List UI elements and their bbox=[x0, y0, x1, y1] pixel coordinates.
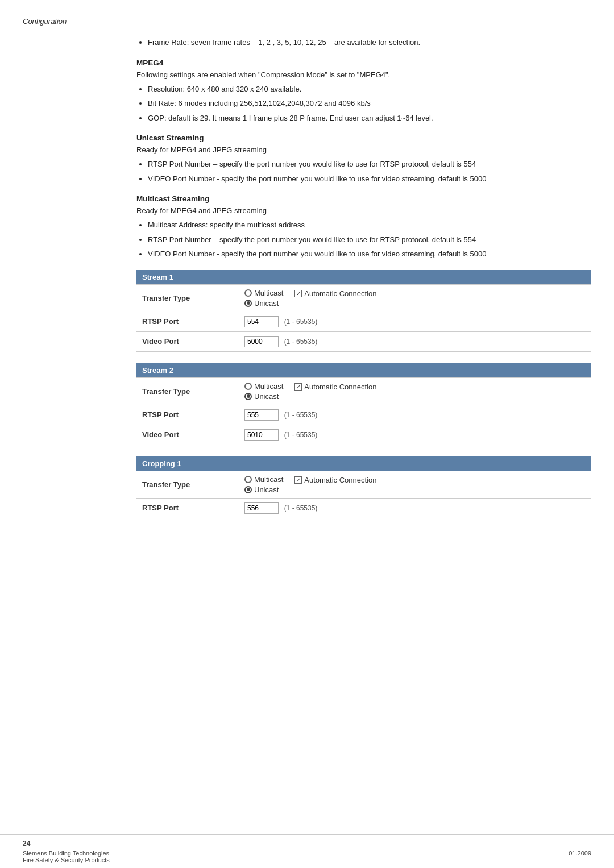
stream-tables: Stream 1Transfer Type Multicast Unicast … bbox=[136, 270, 591, 518]
list-item: Multicast Address: specify the multicast… bbox=[148, 219, 591, 231]
radio-multicast-label: Multicast bbox=[254, 289, 283, 297]
video-port-label: Video Port bbox=[136, 331, 239, 351]
transfer-type-label: Transfer Type bbox=[136, 471, 239, 498]
transfer-type-value: Multicast Unicast ✓ Automatic Connection bbox=[239, 377, 591, 405]
transfer-type-row: Transfer Type Multicast Unicast ✓ Automa… bbox=[136, 284, 591, 312]
radio-unicast-label: Unicast bbox=[254, 392, 279, 401]
unicast-title: Unicast Streaming bbox=[136, 134, 591, 142]
list-item: VIDEO Port Number - specify the port num… bbox=[148, 248, 591, 260]
video-port-label: Video Port bbox=[136, 425, 239, 445]
radio-unicast-label: Unicast bbox=[254, 299, 279, 308]
rtsp-port-value: (1 - 65535) bbox=[239, 405, 591, 425]
company-line1: Siemens Building Technologies bbox=[23, 850, 110, 857]
multicast-intro: Ready for MPEG4 and JPEG streaming bbox=[136, 206, 591, 215]
mpeg4-list: Resolution: 640 x 480 and 320 x 240 avai… bbox=[148, 84, 591, 124]
rtsp-port-label: RTSP Port bbox=[136, 498, 239, 518]
list-item: RTSP Port Number – specify the port numb… bbox=[148, 159, 591, 170]
video-port-row: Video Port (1 - 65535) bbox=[136, 331, 591, 351]
page-footer: 24 Siemens Building Technologies Fire Sa… bbox=[0, 834, 614, 868]
radio-multicast-label: Multicast bbox=[254, 382, 283, 391]
list-item: Resolution: 640 x 480 and 320 x 240 avai… bbox=[148, 84, 591, 95]
radio-unicast[interactable] bbox=[244, 486, 252, 493]
automatic-connection-checkbox[interactable]: ✓ Automatic Connection bbox=[294, 476, 376, 484]
video-port-range: (1 - 65535) bbox=[284, 338, 318, 346]
list-item: GOP: default is 29. It means 1 I frame p… bbox=[148, 113, 591, 124]
rtsp-port-range: (1 - 65535) bbox=[284, 504, 318, 512]
unicast-list: RTSP Port Number – specify the port numb… bbox=[148, 159, 591, 184]
radio-multicast[interactable] bbox=[244, 289, 252, 297]
mpeg4-intro: Following settings are enabled when "Com… bbox=[136, 70, 591, 79]
video-port-value: (1 - 65535) bbox=[239, 331, 591, 351]
list-item: VIDEO Port Number - specify the port num… bbox=[148, 173, 591, 185]
rtsp-port-value: (1 - 65535) bbox=[239, 498, 591, 518]
stream-header-3: Cropping 1 bbox=[136, 456, 591, 471]
footer-date: 01.2009 bbox=[569, 850, 591, 857]
unicast-intro: Ready for MPEG4 and JPEG streaming bbox=[136, 146, 591, 154]
list-item: RTSP Port Number – specify the port numb… bbox=[148, 234, 591, 246]
stream-header-1: Stream 1 bbox=[136, 270, 591, 285]
checkbox-label: Automatic Connection bbox=[304, 383, 376, 391]
radio-unicast[interactable] bbox=[244, 300, 252, 307]
rtsp-port-range: (1 - 65535) bbox=[284, 318, 318, 326]
multicast-title: Multicast Streaming bbox=[136, 194, 591, 203]
mpeg4-title: MPEG4 bbox=[136, 59, 591, 67]
video-port-row: Video Port (1 - 65535) bbox=[136, 425, 591, 445]
checkbox-label: Automatic Connection bbox=[304, 476, 376, 484]
radio-multicast[interactable] bbox=[244, 383, 252, 390]
page-number: 24 bbox=[23, 840, 591, 848]
video-port-input[interactable] bbox=[244, 336, 279, 347]
checkbox-automatic[interactable]: ✓ bbox=[294, 290, 302, 297]
radio-unicast-row[interactable]: Unicast bbox=[244, 485, 283, 494]
list-item: Bit Rate: 6 modes including 256,512,1024… bbox=[148, 98, 591, 109]
rtsp-port-row: RTSP Port (1 - 65535) bbox=[136, 312, 591, 331]
stream-header-2: Stream 2 bbox=[136, 363, 591, 378]
video-port-range: (1 - 65535) bbox=[284, 431, 318, 439]
transfer-type-row: Transfer Type Multicast Unicast ✓ Automa… bbox=[136, 471, 591, 498]
frame-rate-text: Frame Rate: seven frame rates – 1, 2 , 3… bbox=[148, 37, 591, 48]
automatic-connection-checkbox[interactable]: ✓ Automatic Connection bbox=[294, 289, 376, 298]
video-port-value: (1 - 65535) bbox=[239, 425, 591, 445]
rtsp-port-input[interactable] bbox=[244, 316, 279, 327]
radio-multicast-row[interactable]: Multicast bbox=[244, 289, 283, 297]
radio-unicast[interactable] bbox=[244, 393, 252, 400]
breadcrumb: Configuration bbox=[23, 17, 591, 26]
rtsp-port-label: RTSP Port bbox=[136, 405, 239, 425]
rtsp-port-row: RTSP Port (1 - 65535) bbox=[136, 405, 591, 425]
video-port-input[interactable] bbox=[244, 429, 279, 441]
checkbox-automatic[interactable]: ✓ bbox=[294, 383, 302, 391]
radio-unicast-row[interactable]: Unicast bbox=[244, 392, 283, 401]
radio-multicast-label: Multicast bbox=[254, 475, 283, 484]
checkbox-automatic[interactable]: ✓ bbox=[294, 476, 302, 484]
radio-multicast[interactable] bbox=[244, 476, 252, 483]
rtsp-port-value: (1 - 65535) bbox=[239, 312, 591, 331]
transfer-type-label: Transfer Type bbox=[136, 377, 239, 405]
radio-multicast-row[interactable]: Multicast bbox=[244, 382, 283, 391]
stream-table-1: Stream 1Transfer Type Multicast Unicast … bbox=[136, 270, 591, 352]
checkbox-label: Automatic Connection bbox=[304, 289, 376, 298]
rtsp-port-range: (1 - 65535) bbox=[284, 411, 318, 419]
rtsp-port-row: RTSP Port (1 - 65535) bbox=[136, 498, 591, 518]
radio-unicast-label: Unicast bbox=[254, 485, 279, 494]
footer-company: Siemens Building Technologies Fire Safet… bbox=[23, 850, 110, 863]
rtsp-port-input[interactable] bbox=[244, 409, 279, 421]
rtsp-port-label: RTSP Port bbox=[136, 312, 239, 331]
transfer-type-value: Multicast Unicast ✓ Automatic Connection bbox=[239, 471, 591, 498]
company-line2: Fire Safety & Security Products bbox=[23, 857, 110, 863]
transfer-type-value: Multicast Unicast ✓ Automatic Connection bbox=[239, 284, 591, 312]
transfer-type-row: Transfer Type Multicast Unicast ✓ Automa… bbox=[136, 377, 591, 405]
radio-multicast-row[interactable]: Multicast bbox=[244, 475, 283, 484]
stream-table-2: Stream 2Transfer Type Multicast Unicast … bbox=[136, 363, 591, 445]
automatic-connection-checkbox[interactable]: ✓ Automatic Connection bbox=[294, 383, 376, 391]
stream-table-3: Cropping 1Transfer Type Multicast Unicas… bbox=[136, 456, 591, 518]
radio-unicast-row[interactable]: Unicast bbox=[244, 299, 283, 308]
rtsp-port-input[interactable] bbox=[244, 502, 279, 514]
multicast-list: Multicast Address: specify the multicast… bbox=[148, 219, 591, 260]
transfer-type-label: Transfer Type bbox=[136, 284, 239, 312]
